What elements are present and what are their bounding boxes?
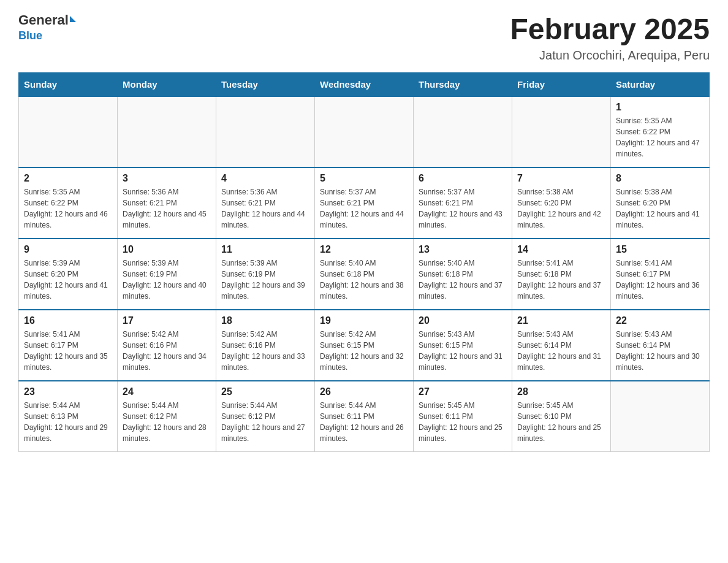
day-info: Sunrise: 5:38 AMSunset: 6:20 PMDaylight:… <box>616 186 704 231</box>
calendar-cell: 20Sunrise: 5:43 AMSunset: 6:15 PMDayligh… <box>414 310 512 381</box>
day-number: 7 <box>517 173 605 184</box>
weekday-header-row: SundayMondayTuesdayWednesdayThursdayFrid… <box>19 73 710 97</box>
weekday-header-monday: Monday <box>118 73 216 97</box>
calendar-cell: 22Sunrise: 5:43 AMSunset: 6:14 PMDayligh… <box>611 310 710 381</box>
day-number: 10 <box>123 244 211 255</box>
day-number: 11 <box>221 244 309 255</box>
day-number: 13 <box>419 244 507 255</box>
logo-blue-text: Blue <box>18 29 76 42</box>
page-header: General Blue February 2025 Jatun Orcochi… <box>18 12 710 63</box>
calendar-cell: 5Sunrise: 5:37 AMSunset: 6:21 PMDaylight… <box>315 167 414 239</box>
day-info: Sunrise: 5:45 AMSunset: 6:11 PMDaylight:… <box>419 400 507 444</box>
day-number: 25 <box>221 386 309 397</box>
calendar-cell: 9Sunrise: 5:39 AMSunset: 6:20 PMDaylight… <box>19 239 118 310</box>
calendar-cell <box>611 381 710 452</box>
calendar-cell: 28Sunrise: 5:45 AMSunset: 6:10 PMDayligh… <box>512 381 611 452</box>
day-number: 23 <box>24 386 112 397</box>
day-info: Sunrise: 5:39 AMSunset: 6:20 PMDaylight:… <box>24 258 112 302</box>
day-number: 9 <box>24 244 112 255</box>
day-info: Sunrise: 5:40 AMSunset: 6:18 PMDaylight:… <box>320 258 408 302</box>
day-number: 4 <box>221 173 309 184</box>
day-info: Sunrise: 5:39 AMSunset: 6:19 PMDaylight:… <box>123 258 211 302</box>
calendar-cell: 17Sunrise: 5:42 AMSunset: 6:16 PMDayligh… <box>118 310 216 381</box>
location-title: Jatun Orcochiri, Arequipa, Peru <box>510 48 710 63</box>
week-row-2: 2Sunrise: 5:35 AMSunset: 6:22 PMDaylight… <box>19 167 710 239</box>
day-number: 2 <box>24 173 112 184</box>
calendar-cell: 10Sunrise: 5:39 AMSunset: 6:19 PMDayligh… <box>118 239 216 310</box>
day-info: Sunrise: 5:44 AMSunset: 6:13 PMDaylight:… <box>24 400 112 444</box>
day-info: Sunrise: 5:41 AMSunset: 6:17 PMDaylight:… <box>24 329 112 373</box>
day-info: Sunrise: 5:45 AMSunset: 6:10 PMDaylight:… <box>517 400 605 444</box>
day-number: 24 <box>123 386 211 397</box>
day-info: Sunrise: 5:36 AMSunset: 6:21 PMDaylight:… <box>123 186 211 231</box>
calendar-cell <box>19 96 118 167</box>
day-info: Sunrise: 5:40 AMSunset: 6:18 PMDaylight:… <box>419 258 507 302</box>
day-info: Sunrise: 5:44 AMSunset: 6:11 PMDaylight:… <box>320 400 408 444</box>
day-number: 15 <box>616 244 704 255</box>
day-number: 17 <box>123 315 211 326</box>
weekday-header-saturday: Saturday <box>611 73 710 97</box>
calendar-cell: 16Sunrise: 5:41 AMSunset: 6:17 PMDayligh… <box>19 310 118 381</box>
week-row-1: 1Sunrise: 5:35 AMSunset: 6:22 PMDaylight… <box>19 96 710 167</box>
day-number: 5 <box>320 173 408 184</box>
calendar-cell: 4Sunrise: 5:36 AMSunset: 6:21 PMDaylight… <box>216 167 315 239</box>
calendar-cell <box>315 96 414 167</box>
day-number: 27 <box>419 386 507 397</box>
day-number: 19 <box>320 315 408 326</box>
day-info: Sunrise: 5:44 AMSunset: 6:12 PMDaylight:… <box>221 400 309 444</box>
day-number: 22 <box>616 315 704 326</box>
week-row-5: 23Sunrise: 5:44 AMSunset: 6:13 PMDayligh… <box>19 381 710 452</box>
logo-text: General <box>18 12 76 28</box>
calendar-cell: 26Sunrise: 5:44 AMSunset: 6:11 PMDayligh… <box>315 381 414 452</box>
calendar-cell: 18Sunrise: 5:42 AMSunset: 6:16 PMDayligh… <box>216 310 315 381</box>
day-info: Sunrise: 5:41 AMSunset: 6:18 PMDaylight:… <box>517 258 605 302</box>
weekday-header-sunday: Sunday <box>19 73 118 97</box>
day-info: Sunrise: 5:42 AMSunset: 6:16 PMDaylight:… <box>221 329 309 373</box>
calendar-cell: 3Sunrise: 5:36 AMSunset: 6:21 PMDaylight… <box>118 167 216 239</box>
calendar-cell: 19Sunrise: 5:42 AMSunset: 6:15 PMDayligh… <box>315 310 414 381</box>
day-number: 26 <box>320 386 408 397</box>
weekday-header-thursday: Thursday <box>414 73 512 97</box>
calendar-cell: 27Sunrise: 5:45 AMSunset: 6:11 PMDayligh… <box>414 381 512 452</box>
calendar-cell: 8Sunrise: 5:38 AMSunset: 6:20 PMDaylight… <box>611 167 710 239</box>
calendar-cell: 13Sunrise: 5:40 AMSunset: 6:18 PMDayligh… <box>414 239 512 310</box>
day-number: 16 <box>24 315 112 326</box>
day-number: 8 <box>616 173 704 184</box>
calendar-cell: 24Sunrise: 5:44 AMSunset: 6:12 PMDayligh… <box>118 381 216 452</box>
day-info: Sunrise: 5:43 AMSunset: 6:14 PMDaylight:… <box>517 329 605 373</box>
day-info: Sunrise: 5:43 AMSunset: 6:15 PMDaylight:… <box>419 329 507 373</box>
calendar-cell: 6Sunrise: 5:37 AMSunset: 6:21 PMDaylight… <box>414 167 512 239</box>
day-info: Sunrise: 5:42 AMSunset: 6:15 PMDaylight:… <box>320 329 408 373</box>
calendar-cell: 7Sunrise: 5:38 AMSunset: 6:20 PMDaylight… <box>512 167 611 239</box>
day-info: Sunrise: 5:42 AMSunset: 6:16 PMDaylight:… <box>123 329 211 373</box>
calendar-cell: 2Sunrise: 5:35 AMSunset: 6:22 PMDaylight… <box>19 167 118 239</box>
day-number: 28 <box>517 386 605 397</box>
day-number: 14 <box>517 244 605 255</box>
calendar-cell: 12Sunrise: 5:40 AMSunset: 6:18 PMDayligh… <box>315 239 414 310</box>
weekday-header-friday: Friday <box>512 73 611 97</box>
day-number: 12 <box>320 244 408 255</box>
month-title: February 2025 <box>510 12 710 46</box>
logo: General Blue <box>18 12 76 42</box>
calendar-cell <box>118 96 216 167</box>
weekday-header-tuesday: Tuesday <box>216 73 315 97</box>
weekday-header-wednesday: Wednesday <box>315 73 414 97</box>
calendar-cell: 21Sunrise: 5:43 AMSunset: 6:14 PMDayligh… <box>512 310 611 381</box>
logo-general: General <box>18 12 69 28</box>
day-info: Sunrise: 5:43 AMSunset: 6:14 PMDaylight:… <box>616 329 704 373</box>
calendar-cell <box>414 96 512 167</box>
week-row-3: 9Sunrise: 5:39 AMSunset: 6:20 PMDaylight… <box>19 239 710 310</box>
day-info: Sunrise: 5:39 AMSunset: 6:19 PMDaylight:… <box>221 258 309 302</box>
calendar-cell: 1Sunrise: 5:35 AMSunset: 6:22 PMDaylight… <box>611 96 710 167</box>
day-number: 1 <box>616 102 704 113</box>
calendar-cell <box>216 96 315 167</box>
day-info: Sunrise: 5:41 AMSunset: 6:17 PMDaylight:… <box>616 258 704 302</box>
day-number: 6 <box>419 173 507 184</box>
day-info: Sunrise: 5:35 AMSunset: 6:22 PMDaylight:… <box>24 186 112 231</box>
day-info: Sunrise: 5:35 AMSunset: 6:22 PMDaylight:… <box>616 115 704 159</box>
day-info: Sunrise: 5:37 AMSunset: 6:21 PMDaylight:… <box>419 186 507 231</box>
day-info: Sunrise: 5:38 AMSunset: 6:20 PMDaylight:… <box>517 186 605 231</box>
calendar-cell: 25Sunrise: 5:44 AMSunset: 6:12 PMDayligh… <box>216 381 315 452</box>
day-number: 20 <box>419 315 507 326</box>
day-info: Sunrise: 5:37 AMSunset: 6:21 PMDaylight:… <box>320 186 408 231</box>
